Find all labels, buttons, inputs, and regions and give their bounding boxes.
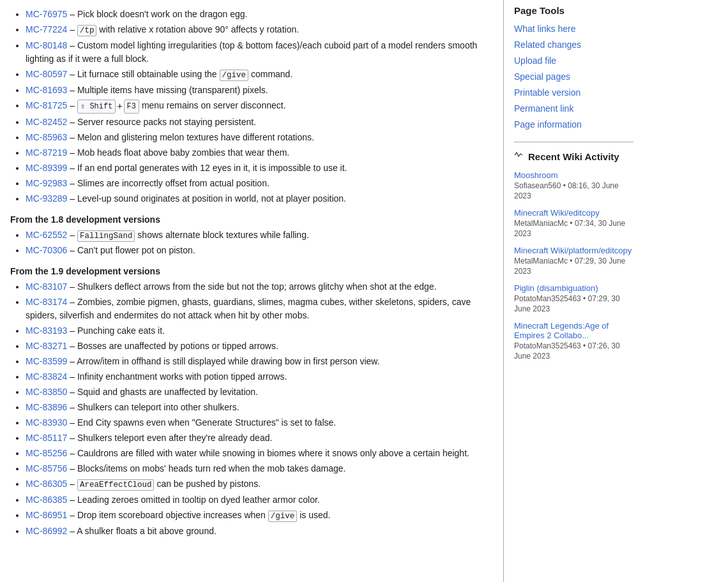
activity-item-link-2[interactable]: Minecraft Wiki/platform/editcopy	[514, 246, 633, 255]
sidebar: Page Tools What links here Related chang…	[503, 0, 644, 582]
list-item: MC-80148 – Custom model lighting irregul…	[26, 39, 488, 66]
bug-link[interactable]: MC-77224	[26, 24, 67, 34]
page-tools-title: Page Tools	[514, 5, 633, 16]
tool-item-special-pages: Special pages	[514, 70, 633, 84]
activity-item-4: Minecraft Legends:Age of Empires 2 Colla…	[514, 321, 633, 361]
bug-text: –	[70, 24, 77, 34]
printable-version-link[interactable]: Printable version	[514, 87, 580, 98]
bug-text: command.	[251, 69, 292, 79]
bug-text: can be pushed by pistons.	[156, 479, 261, 489]
list-item: MC-83824 – Infinity enchantment works wi…	[26, 370, 488, 384]
bug-text: – Shulkers can teleport into other shulk…	[70, 402, 239, 412]
bug-link[interactable]: MC-85756	[26, 463, 67, 474]
bug-link[interactable]: MC-62552	[26, 230, 67, 240]
list-item: MC-86305 – AreaEffectCloud can be pushed…	[26, 477, 488, 491]
activity-item-meta-4: PotatoMan3525463 • 07:26, 30 June 2023	[514, 341, 620, 361]
bug-list-pre18: MC-76975 – Pick block doesn't work on th…	[10, 8, 488, 205]
bug-link[interactable]: MC-87219	[26, 147, 67, 158]
upload-file-link[interactable]: Upload file	[514, 56, 556, 66]
bug-link[interactable]: MC-81725	[26, 100, 67, 110]
main-content: MC-76975 – Pick block doesn't work on th…	[0, 0, 498, 582]
bug-link[interactable]: MC-85117	[26, 433, 67, 443]
bug-text: – Pick block doesn't work on the dragon …	[70, 9, 247, 19]
bug-text: – Punching cake eats it.	[70, 325, 165, 336]
bug-link[interactable]: MC-80148	[26, 40, 67, 50]
activity-item-meta-3: PotatoMan3525463 • 07:29, 30 June 2023	[514, 294, 620, 313]
tool-item-page-information: Page information	[514, 118, 633, 131]
list-item: MC-92983 – Slimes are incorrectly offset…	[26, 177, 488, 190]
activity-item-0: Mooshroom Sofiasean560 • 08:16, 30 June …	[514, 170, 633, 200]
bug-text: – Shulkers deflect arrows from the side …	[70, 281, 436, 292]
bug-link[interactable]: MC-86385	[26, 495, 67, 505]
bug-text: – If an end portal generates with 12 eye…	[70, 163, 347, 173]
activity-item-link-0[interactable]: Mooshroom	[514, 170, 633, 180]
bug-link[interactable]: MC-83193	[26, 325, 67, 336]
list-item: MC-83930 – End City spawns even when "Ge…	[26, 416, 488, 429]
bug-link[interactable]: MC-89399	[26, 163, 67, 173]
related-changes-link[interactable]: Related changes	[514, 40, 581, 50]
bug-link[interactable]: MC-85963	[26, 132, 67, 142]
page-tools-list: What links here Related changes Upload f…	[514, 22, 633, 131]
bug-link[interactable]: MC-70306	[26, 245, 67, 255]
bug-text: – Arrow/item in offhand is still display…	[70, 356, 379, 366]
bug-link[interactable]: MC-83107	[26, 281, 67, 292]
bug-link[interactable]: MC-76975	[26, 9, 67, 19]
list-item: MC-77224 – /tp with relative x rotation …	[26, 23, 488, 37]
bug-text: – Leading zeroes omitted in tooltip on d…	[70, 495, 319, 505]
tool-item-what-links-here: What links here	[514, 22, 633, 36]
special-pages-link[interactable]: Special pages	[514, 71, 570, 82]
bug-text: – Custom model lighting irregularities (…	[26, 40, 477, 64]
bug-link[interactable]: MC-82452	[26, 117, 67, 127]
activity-item-meta-0: Sofiasean560 • 08:16, 30 June 2023	[514, 181, 619, 200]
bug-text: – Lit furnace still obtainable using the	[70, 69, 219, 79]
section-heading-19: From the 1.9 development versions	[10, 266, 488, 276]
list-item: MC-86992 – A shulker floats a bit above …	[26, 525, 488, 538]
bug-list-19: MC-83107 – Shulkers deflect arrows from …	[10, 280, 488, 538]
activity-item-2: Minecraft Wiki/platform/editcopy MetalMa…	[514, 246, 633, 276]
bug-link[interactable]: MC-83271	[26, 341, 67, 351]
list-item: MC-85117 – Shulkers teleport even after …	[26, 431, 488, 445]
tool-item-printable-version: Printable version	[514, 86, 633, 100]
list-item: MC-83271 – Bosses are unaffected by poti…	[26, 340, 488, 353]
sidebar-divider	[514, 142, 633, 142]
list-item: MC-86951 – Drop item scoreboard objectiv…	[26, 509, 488, 523]
list-item: MC-86385 – Leading zeroes omitted in too…	[26, 493, 488, 507]
activity-item-link-1[interactable]: Minecraft Wiki/editcopy	[514, 208, 633, 218]
activity-list: Mooshroom Sofiasean560 • 08:16, 30 June …	[514, 170, 633, 361]
bug-text: is used.	[300, 510, 330, 520]
bug-link[interactable]: MC-92983	[26, 178, 67, 188]
list-item: MC-85963 – Melon and glistering melon te…	[26, 131, 488, 144]
list-item: MC-83896 – Shulkers can teleport into ot…	[26, 401, 488, 414]
list-item: MC-89399 – If an end portal generates wi…	[26, 161, 488, 175]
bug-text: – Zombies, zombie pigmen, ghasts, guardi…	[26, 297, 471, 320]
kbd-f3: F3	[124, 100, 139, 114]
bug-link[interactable]: MC-81693	[26, 85, 67, 95]
bug-link[interactable]: MC-83599	[26, 356, 67, 366]
activity-item-1: Minecraft Wiki/editcopy MetalManiacMc • …	[514, 208, 633, 238]
bug-link[interactable]: MC-85256	[26, 448, 67, 458]
bug-link[interactable]: MC-83850	[26, 387, 67, 397]
activity-item-meta-1: MetalManiacMc • 07:34, 30 June 2023	[514, 219, 625, 238]
bug-link[interactable]: MC-86992	[26, 526, 67, 536]
list-item: MC-83107 – Shulkers deflect arrows from …	[26, 280, 488, 294]
list-item: MC-70306 – Can't put flower pot on pisto…	[26, 244, 488, 257]
page-information-link[interactable]: Page information	[514, 119, 582, 130]
bug-link[interactable]: MC-83824	[26, 371, 67, 382]
bug-text: – Shulkers teleport even after they're a…	[70, 433, 272, 443]
bug-link[interactable]: MC-83174	[26, 297, 67, 307]
bug-text: – Slimes are incorrectly offset from act…	[70, 178, 269, 188]
bug-text: – Level-up sound originates at position …	[70, 193, 346, 204]
bug-link[interactable]: MC-86951	[26, 510, 67, 520]
bug-link[interactable]: MC-93289	[26, 193, 67, 204]
bug-code: /give	[268, 511, 298, 522]
bug-text: – Server resource packs not staying pers…	[70, 117, 256, 127]
permanent-link-link[interactable]: Permanent link	[514, 103, 573, 114]
bug-link[interactable]: MC-83896	[26, 402, 67, 412]
what-links-here-link[interactable]: What links here	[514, 24, 575, 34]
bug-link[interactable]: MC-80597	[26, 69, 67, 79]
activity-item-link-3[interactable]: Piglin (disambiguation)	[514, 283, 633, 293]
bug-link[interactable]: MC-83930	[26, 417, 67, 428]
bug-link[interactable]: MC-86305	[26, 479, 67, 489]
kbd-combo: ⇧ Shift + F3	[77, 100, 139, 114]
activity-item-link-4[interactable]: Minecraft Legends:Age of Empires 2 Colla…	[514, 321, 633, 340]
